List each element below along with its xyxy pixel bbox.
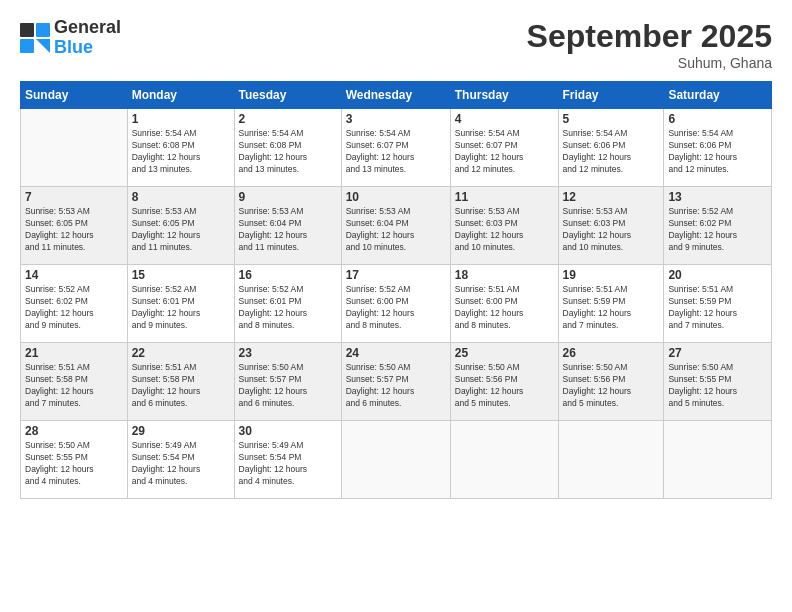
day-info: Sunrise: 5:54 AM Sunset: 6:06 PM Dayligh… [668, 128, 767, 176]
day-info: Sunrise: 5:54 AM Sunset: 6:07 PM Dayligh… [455, 128, 554, 176]
table-row: 27Sunrise: 5:50 AM Sunset: 5:55 PM Dayli… [664, 343, 772, 421]
day-number: 13 [668, 190, 767, 204]
logo-blue: Blue [54, 38, 121, 58]
day-info: Sunrise: 5:53 AM Sunset: 6:04 PM Dayligh… [239, 206, 337, 254]
day-number: 24 [346, 346, 446, 360]
title-block: September 2025 Suhum, Ghana [527, 18, 772, 71]
table-row: 19Sunrise: 5:51 AM Sunset: 5:59 PM Dayli… [558, 265, 664, 343]
day-number: 17 [346, 268, 446, 282]
svg-rect-1 [36, 23, 50, 37]
calendar: Sunday Monday Tuesday Wednesday Thursday… [20, 81, 772, 499]
day-info: Sunrise: 5:53 AM Sunset: 6:05 PM Dayligh… [25, 206, 123, 254]
day-number: 26 [563, 346, 660, 360]
col-monday: Monday [127, 82, 234, 109]
day-number: 21 [25, 346, 123, 360]
table-row: 16Sunrise: 5:52 AM Sunset: 6:01 PM Dayli… [234, 265, 341, 343]
location: Suhum, Ghana [527, 55, 772, 71]
day-number: 15 [132, 268, 230, 282]
table-row: 26Sunrise: 5:50 AM Sunset: 5:56 PM Dayli… [558, 343, 664, 421]
day-number: 4 [455, 112, 554, 126]
table-row: 12Sunrise: 5:53 AM Sunset: 6:03 PM Dayli… [558, 187, 664, 265]
day-number: 22 [132, 346, 230, 360]
table-row: 10Sunrise: 5:53 AM Sunset: 6:04 PM Dayli… [341, 187, 450, 265]
table-row: 24Sunrise: 5:50 AM Sunset: 5:57 PM Dayli… [341, 343, 450, 421]
table-row: 14Sunrise: 5:52 AM Sunset: 6:02 PM Dayli… [21, 265, 128, 343]
calendar-week-row: 1Sunrise: 5:54 AM Sunset: 6:08 PM Daylig… [21, 109, 772, 187]
day-number: 29 [132, 424, 230, 438]
col-sunday: Sunday [21, 82, 128, 109]
day-info: Sunrise: 5:53 AM Sunset: 6:04 PM Dayligh… [346, 206, 446, 254]
calendar-week-row: 21Sunrise: 5:51 AM Sunset: 5:58 PM Dayli… [21, 343, 772, 421]
day-number: 9 [239, 190, 337, 204]
svg-marker-3 [36, 39, 50, 53]
day-number: 12 [563, 190, 660, 204]
day-info: Sunrise: 5:52 AM Sunset: 6:02 PM Dayligh… [668, 206, 767, 254]
day-info: Sunrise: 5:53 AM Sunset: 6:03 PM Dayligh… [455, 206, 554, 254]
table-row [558, 421, 664, 499]
table-row: 2Sunrise: 5:54 AM Sunset: 6:08 PM Daylig… [234, 109, 341, 187]
day-number: 2 [239, 112, 337, 126]
table-row [664, 421, 772, 499]
col-tuesday: Tuesday [234, 82, 341, 109]
day-number: 7 [25, 190, 123, 204]
day-info: Sunrise: 5:50 AM Sunset: 5:55 PM Dayligh… [25, 440, 123, 488]
table-row: 20Sunrise: 5:51 AM Sunset: 5:59 PM Dayli… [664, 265, 772, 343]
table-row: 6Sunrise: 5:54 AM Sunset: 6:06 PM Daylig… [664, 109, 772, 187]
day-info: Sunrise: 5:51 AM Sunset: 5:58 PM Dayligh… [25, 362, 123, 410]
logo: General Blue [20, 18, 121, 58]
header: General Blue September 2025 Suhum, Ghana [20, 18, 772, 71]
logo-general: General [54, 18, 121, 38]
day-info: Sunrise: 5:51 AM Sunset: 5:58 PM Dayligh… [132, 362, 230, 410]
day-info: Sunrise: 5:49 AM Sunset: 5:54 PM Dayligh… [239, 440, 337, 488]
day-number: 30 [239, 424, 337, 438]
calendar-week-row: 14Sunrise: 5:52 AM Sunset: 6:02 PM Dayli… [21, 265, 772, 343]
calendar-week-row: 28Sunrise: 5:50 AM Sunset: 5:55 PM Dayli… [21, 421, 772, 499]
calendar-header-row: Sunday Monday Tuesday Wednesday Thursday… [21, 82, 772, 109]
day-number: 14 [25, 268, 123, 282]
day-info: Sunrise: 5:52 AM Sunset: 6:02 PM Dayligh… [25, 284, 123, 332]
day-info: Sunrise: 5:50 AM Sunset: 5:56 PM Dayligh… [455, 362, 554, 410]
day-info: Sunrise: 5:54 AM Sunset: 6:07 PM Dayligh… [346, 128, 446, 176]
day-info: Sunrise: 5:54 AM Sunset: 6:08 PM Dayligh… [132, 128, 230, 176]
table-row: 22Sunrise: 5:51 AM Sunset: 5:58 PM Dayli… [127, 343, 234, 421]
logo-text: General Blue [54, 18, 121, 58]
table-row: 13Sunrise: 5:52 AM Sunset: 6:02 PM Dayli… [664, 187, 772, 265]
day-number: 8 [132, 190, 230, 204]
day-number: 10 [346, 190, 446, 204]
table-row: 9Sunrise: 5:53 AM Sunset: 6:04 PM Daylig… [234, 187, 341, 265]
table-row: 28Sunrise: 5:50 AM Sunset: 5:55 PM Dayli… [21, 421, 128, 499]
day-number: 19 [563, 268, 660, 282]
day-number: 18 [455, 268, 554, 282]
day-info: Sunrise: 5:51 AM Sunset: 5:59 PM Dayligh… [668, 284, 767, 332]
col-saturday: Saturday [664, 82, 772, 109]
calendar-week-row: 7Sunrise: 5:53 AM Sunset: 6:05 PM Daylig… [21, 187, 772, 265]
table-row: 17Sunrise: 5:52 AM Sunset: 6:00 PM Dayli… [341, 265, 450, 343]
table-row [450, 421, 558, 499]
day-info: Sunrise: 5:50 AM Sunset: 5:57 PM Dayligh… [346, 362, 446, 410]
day-info: Sunrise: 5:53 AM Sunset: 6:05 PM Dayligh… [132, 206, 230, 254]
day-number: 1 [132, 112, 230, 126]
table-row: 4Sunrise: 5:54 AM Sunset: 6:07 PM Daylig… [450, 109, 558, 187]
table-row: 5Sunrise: 5:54 AM Sunset: 6:06 PM Daylig… [558, 109, 664, 187]
day-info: Sunrise: 5:52 AM Sunset: 6:00 PM Dayligh… [346, 284, 446, 332]
day-info: Sunrise: 5:50 AM Sunset: 5:57 PM Dayligh… [239, 362, 337, 410]
day-number: 5 [563, 112, 660, 126]
day-info: Sunrise: 5:52 AM Sunset: 6:01 PM Dayligh… [239, 284, 337, 332]
day-info: Sunrise: 5:52 AM Sunset: 6:01 PM Dayligh… [132, 284, 230, 332]
table-row: 15Sunrise: 5:52 AM Sunset: 6:01 PM Dayli… [127, 265, 234, 343]
table-row [341, 421, 450, 499]
day-number: 25 [455, 346, 554, 360]
day-number: 6 [668, 112, 767, 126]
table-row: 1Sunrise: 5:54 AM Sunset: 6:08 PM Daylig… [127, 109, 234, 187]
table-row: 11Sunrise: 5:53 AM Sunset: 6:03 PM Dayli… [450, 187, 558, 265]
day-info: Sunrise: 5:51 AM Sunset: 6:00 PM Dayligh… [455, 284, 554, 332]
day-number: 20 [668, 268, 767, 282]
day-info: Sunrise: 5:49 AM Sunset: 5:54 PM Dayligh… [132, 440, 230, 488]
table-row: 23Sunrise: 5:50 AM Sunset: 5:57 PM Dayli… [234, 343, 341, 421]
table-row: 25Sunrise: 5:50 AM Sunset: 5:56 PM Dayli… [450, 343, 558, 421]
day-info: Sunrise: 5:54 AM Sunset: 6:06 PM Dayligh… [563, 128, 660, 176]
svg-rect-0 [20, 23, 34, 37]
day-info: Sunrise: 5:54 AM Sunset: 6:08 PM Dayligh… [239, 128, 337, 176]
day-number: 3 [346, 112, 446, 126]
table-row: 8Sunrise: 5:53 AM Sunset: 6:05 PM Daylig… [127, 187, 234, 265]
